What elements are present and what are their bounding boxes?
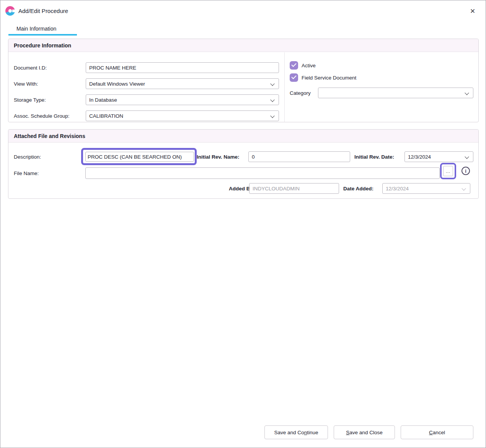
chevron-down-icon: [462, 186, 466, 190]
file-name-input[interactable]: [85, 167, 440, 179]
initial-rev-date-dropdown[interactable]: 12/3/2024: [404, 151, 473, 162]
window-title: Add/Edit Procedure: [18, 8, 68, 14]
storage-type-dropdown[interactable]: In Database: [86, 94, 279, 105]
added-by-input: [249, 183, 339, 194]
initial-rev-date-label: Initial Rev. Date:: [354, 154, 394, 160]
view-with-dropdown[interactable]: Default Windows Viewer: [86, 78, 279, 89]
attached-file-revisions-header: Attached File and Revisions: [8, 130, 478, 143]
procedure-information-header: Procedure Information: [8, 39, 478, 52]
initial-rev-name-label: Initial Rev. Name:: [197, 154, 240, 160]
save-and-close-button[interactable]: Save and Close: [334, 425, 395, 439]
titlebar: Add/Edit Procedure ✕: [0, 0, 486, 21]
assoc-schedule-group-label: Assoc. Schedule Group:: [14, 113, 70, 119]
document-id-input[interactable]: [86, 62, 279, 73]
chevron-down-icon: [270, 97, 274, 102]
assoc-schedule-group-dropdown[interactable]: CALIBRATION: [86, 110, 279, 121]
column-divider: [284, 52, 285, 122]
date-added-dropdown: 12/3/2024: [382, 183, 470, 194]
field-service-document-label: Field Service Document: [302, 75, 356, 81]
storage-type-label: Storage Type:: [14, 97, 46, 103]
document-id-label: Document I.D:: [14, 65, 47, 71]
assoc-schedule-group-value: CALIBRATION: [89, 113, 123, 119]
app-logo-icon: [5, 6, 15, 16]
initial-rev-date-value: 12/3/2024: [408, 154, 431, 160]
file-name-label: File Name:: [14, 170, 39, 176]
tab-main-information[interactable]: Main Information: [16, 26, 56, 32]
save-and-continue-button[interactable]: Save and Continue: [264, 425, 328, 439]
storage-type-value: In Database: [89, 97, 117, 103]
date-added-label: Date Added:: [343, 186, 373, 192]
description-input[interactable]: [85, 152, 194, 162]
cancel-button[interactable]: Cancel: [401, 425, 473, 439]
ellipsis-icon: ...: [446, 169, 450, 174]
initial-rev-name-input[interactable]: [248, 151, 350, 162]
close-icon: ✕: [470, 7, 475, 15]
checkbox-checked-icon: [290, 61, 298, 70]
active-label: Active: [302, 63, 316, 68]
chevron-down-icon: [465, 91, 469, 95]
tab-active-underline: [8, 34, 77, 36]
date-added-value: 12/3/2024: [386, 186, 409, 192]
checkbox-checked-icon: [290, 73, 298, 82]
category-dropdown[interactable]: [318, 88, 473, 98]
browse-file-button[interactable]: ...: [443, 166, 453, 176]
field-service-document-checkbox[interactable]: Field Service Document: [290, 73, 356, 82]
category-label: Category: [290, 90, 311, 96]
description-label: Description:: [14, 154, 41, 160]
chevron-down-icon: [270, 81, 274, 86]
info-icon[interactable]: i: [462, 167, 470, 175]
view-with-value: Default Windows Viewer: [89, 81, 145, 87]
close-button[interactable]: ✕: [466, 5, 479, 17]
view-with-label: View With:: [14, 81, 38, 87]
chevron-down-icon: [465, 154, 469, 159]
chevron-down-icon: [270, 114, 274, 118]
add-edit-procedure-dialog: Add/Edit Procedure ✕ Main Information Pr…: [0, 0, 486, 448]
active-checkbox[interactable]: Active: [290, 61, 316, 70]
